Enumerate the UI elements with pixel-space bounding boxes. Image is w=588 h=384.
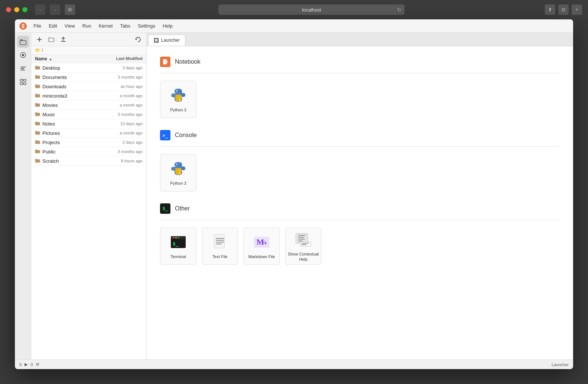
file-modified: 10 days ago	[120, 121, 143, 126]
section-header-console: >_ Console	[160, 130, 560, 140]
back-button[interactable]: ‹	[35, 4, 45, 15]
card-python[interactable]: Python 3	[160, 81, 196, 118]
svg-point-28	[173, 237, 174, 238]
svg-text:$_: $_	[173, 241, 179, 247]
menu-tabs[interactable]: Tabs	[116, 22, 134, 30]
svg-point-30	[178, 237, 179, 238]
list-item[interactable]: Movies a month ago	[31, 101, 146, 110]
file-modified: 3 days ago	[122, 66, 143, 70]
menu-edit[interactable]: Edit	[45, 22, 61, 30]
close-button[interactable]	[6, 7, 11, 12]
list-item[interactable]: Music 3 months ago	[31, 110, 146, 119]
svg-point-22	[179, 99, 180, 100]
tab-bar: 🔲 Launcher	[147, 33, 573, 46]
window-toggle-button[interactable]: ⊞	[65, 4, 75, 15]
folder-icon	[35, 130, 40, 136]
list-item[interactable]: Desktop 3 days ago	[31, 63, 146, 73]
svg-point-29	[175, 237, 177, 238]
file-name: Scratch	[42, 158, 121, 164]
file-name: Notes	[42, 121, 120, 127]
minimize-button[interactable]	[14, 7, 19, 12]
svg-rect-8	[20, 79, 23, 81]
file-name: Downloads	[42, 84, 121, 89]
other-section-icon: $_	[160, 203, 170, 214]
section-header-notebook: Notebook	[160, 57, 560, 67]
svg-point-25	[179, 172, 180, 174]
card-label-markdown: Markdown File	[248, 254, 275, 259]
svg-rect-19	[167, 62, 168, 63]
notebook-section-icon	[160, 57, 170, 67]
card-label-python: Python 3	[170, 107, 186, 112]
section-title-other: Other	[175, 205, 190, 212]
sidebar-tabs-button[interactable]	[17, 76, 29, 88]
share-button[interactable]: ⬆	[545, 4, 555, 15]
card-icon-python	[169, 160, 187, 178]
refresh-button[interactable]: ↻	[397, 7, 402, 13]
status-right-label: Launcher	[552, 362, 569, 367]
svg-point-4	[22, 54, 24, 56]
card-python[interactable]: Python 3	[160, 154, 196, 191]
card-icon-markdown: M	[253, 233, 271, 251]
new-folder-button[interactable]	[46, 34, 57, 45]
new-tab-sidebar-button[interactable]: ⊟	[558, 4, 569, 15]
list-item[interactable]: Public 3 months ago	[31, 147, 146, 156]
add-tab-button[interactable]: +	[572, 4, 582, 15]
maximize-button[interactable]	[22, 7, 28, 12]
sidebar-running-button[interactable]	[17, 49, 29, 61]
file-name: Movies	[42, 102, 120, 108]
card-terminal[interactable]: $_ Terminal	[160, 228, 196, 265]
file-modified: 2 days ago	[122, 140, 143, 145]
card-markdown[interactable]: M Markdown File	[243, 228, 280, 265]
section-console: >_ Console Python 3	[160, 130, 560, 191]
content-area: Notebook Python 3	[147, 46, 573, 359]
sidebar-commands-button[interactable]	[17, 63, 29, 74]
list-item[interactable]: Documents 3 months ago	[31, 73, 146, 82]
forward-button[interactable]: ›	[50, 4, 60, 15]
cards-row-console: Python 3	[160, 154, 560, 191]
url-bar[interactable]	[218, 4, 405, 15]
folder-icon	[35, 65, 40, 71]
menu-run[interactable]: Run	[79, 22, 95, 30]
section-header-other: $_ Other	[160, 203, 560, 214]
file-modified: 8 hours ago	[121, 159, 143, 163]
menu-file[interactable]: File	[30, 22, 45, 30]
card-icon-python	[169, 86, 187, 104]
svg-rect-9	[23, 79, 26, 81]
menu-settings[interactable]: Settings	[134, 22, 159, 30]
new-file-button[interactable]	[34, 34, 45, 45]
svg-rect-44	[298, 241, 303, 241]
sidebar-files-button[interactable]	[17, 36, 29, 48]
list-item[interactable]: Scratch 8 hours ago	[31, 156, 146, 166]
folder-icon	[35, 74, 40, 80]
menu-help[interactable]: Help	[159, 22, 176, 30]
list-item[interactable]: Downloads an hour ago	[31, 82, 146, 91]
file-panel: 📁 / Name ▲ Last Modified Desktop 3 days …	[31, 33, 147, 359]
svg-rect-2	[20, 41, 26, 45]
refresh-files-button[interactable]	[133, 34, 143, 45]
titlebar-right-actions: ⬆ ⊟ +	[545, 4, 582, 15]
list-item[interactable]: Notes 10 days ago	[31, 119, 146, 128]
svg-point-0	[19, 22, 27, 30]
file-modified: a month ago	[120, 93, 143, 98]
file-toolbar	[31, 33, 146, 46]
right-panel: 🔲 Launcher Notebook	[147, 33, 573, 359]
list-item[interactable]: miniconda3 a month ago	[31, 91, 146, 101]
column-name[interactable]: Name ▲	[35, 56, 116, 61]
svg-rect-17	[163, 59, 164, 64]
cards-row-other: $_ Terminal Text File M Markdown File Sh…	[160, 228, 560, 265]
menu-view[interactable]: View	[61, 22, 79, 30]
file-name: Pictures	[42, 130, 120, 136]
list-item[interactable]: Projects 2 days ago	[31, 138, 146, 147]
file-modified: 3 months ago	[118, 75, 143, 79]
tab-launcher[interactable]: 🔲 Launcher	[148, 35, 185, 46]
folder-icon	[35, 139, 40, 145]
card-textfile[interactable]: Text File	[202, 228, 238, 265]
list-item[interactable]: Pictures a month ago	[31, 128, 146, 138]
menu-kernel[interactable]: Kernel	[95, 22, 116, 30]
card-icon-help	[294, 231, 312, 248]
tab-label: Launcher	[161, 38, 180, 43]
console-section-icon: >_	[160, 130, 170, 140]
column-modified: Last Modified	[116, 56, 143, 61]
card-help[interactable]: Show Contextual Help	[285, 228, 322, 265]
upload-button[interactable]	[58, 34, 68, 45]
